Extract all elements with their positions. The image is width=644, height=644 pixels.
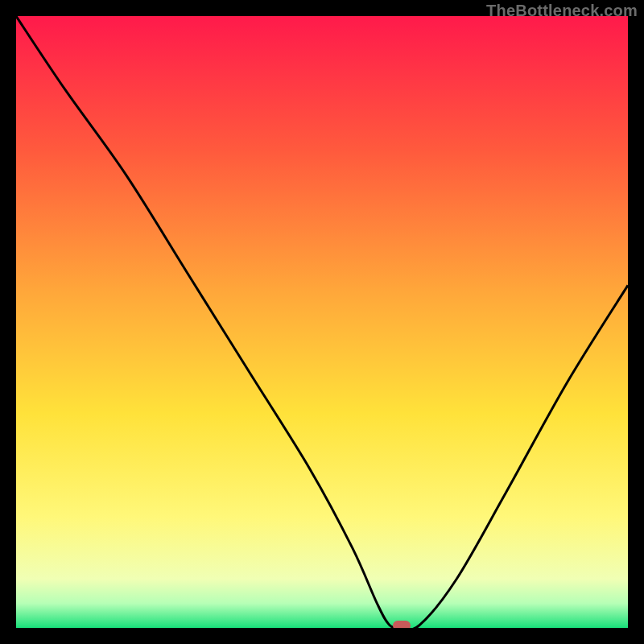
optimal-point-marker <box>393 621 411 628</box>
chart-frame: TheBottleneck.com <box>0 0 644 644</box>
plot-area <box>16 16 628 628</box>
curve-svg <box>16 16 628 628</box>
bottleneck-curve <box>16 16 628 628</box>
